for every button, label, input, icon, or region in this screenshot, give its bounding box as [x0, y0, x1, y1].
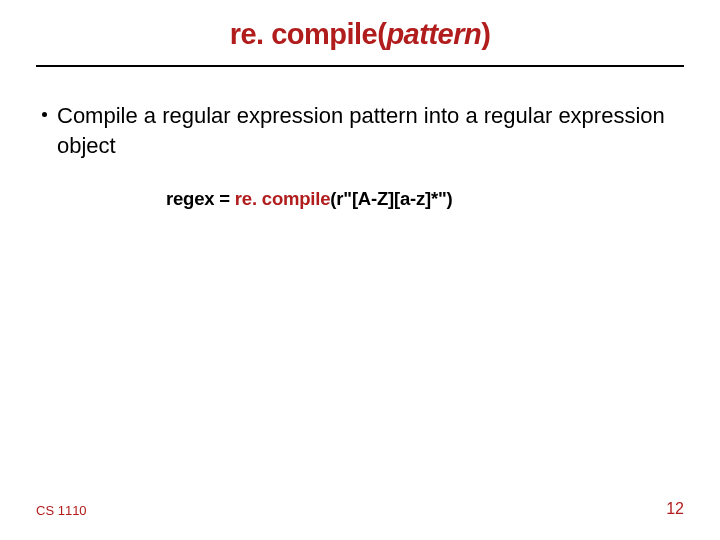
title-area: re. compile(pattern): [36, 18, 684, 67]
footer-page-number: 12: [666, 500, 684, 518]
code-lhs: regex =: [166, 188, 235, 209]
slide: re. compile(pattern) Compile a regular e…: [0, 0, 720, 540]
footer-course: CS 1110: [36, 503, 87, 518]
title-function: re. compile(: [230, 18, 387, 50]
bullet-dot-icon: [42, 112, 47, 117]
bullet-item: Compile a regular expression pattern int…: [36, 101, 684, 160]
code-args: (r"[A-Z][a-z]*"): [330, 188, 452, 209]
slide-title: re. compile(pattern): [36, 18, 684, 51]
title-argument: pattern: [386, 18, 481, 50]
bullet-text: Compile a regular expression pattern int…: [57, 101, 684, 160]
title-close: ): [481, 18, 490, 50]
code-example: regex = re. compile(r"[A-Z][a-z]*"): [36, 188, 684, 210]
code-function: re. compile: [235, 188, 330, 209]
